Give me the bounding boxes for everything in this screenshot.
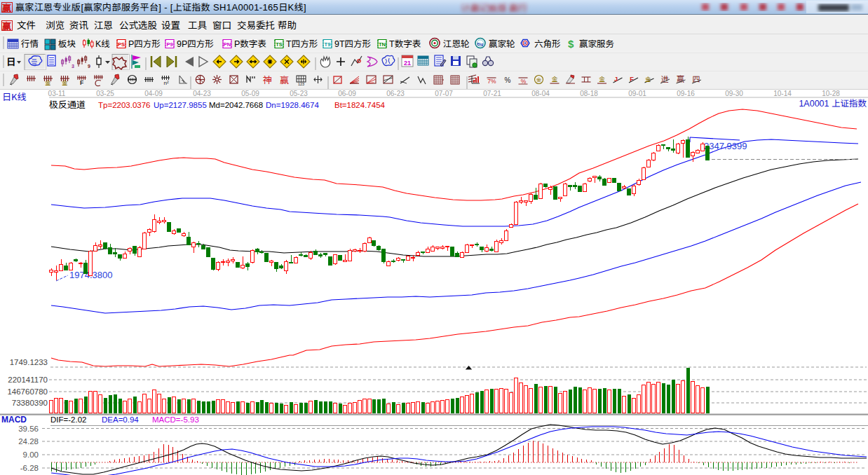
svg-text:金: 金 [599, 74, 605, 83]
svg-text:PS: PS [118, 41, 125, 48]
svg-text:Md=2042.7668: Md=2042.7668 [209, 101, 263, 109]
svg-text:03-25: 03-25 [96, 90, 114, 97]
svg-text:金: 金 [646, 75, 651, 83]
svg-text:Dn=1928.4674: Dn=1928.4674 [266, 101, 319, 109]
svg-text:赢: 赢 [677, 73, 684, 84]
svg-text:1749.1233: 1749.1233 [10, 358, 48, 366]
svg-text:MACD=-5.93: MACD=-5.93 [152, 415, 199, 424]
svg-text:赢家轮: 赢家轮 [489, 39, 515, 49]
svg-text:DEA=0.94: DEA=0.94 [102, 415, 139, 424]
svg-text:J: J [614, 76, 618, 83]
svg-text:金: 金 [62, 80, 68, 86]
svg-text:交易委托: 交易委托 [237, 20, 275, 31]
svg-text:9.00: 9.00 [23, 450, 39, 459]
svg-text:10-28: 10-28 [822, 90, 840, 97]
svg-text:K线: K线 [95, 39, 110, 49]
svg-text:P四方形: P四方形 [128, 39, 161, 49]
svg-text:T9: T9 [325, 41, 331, 48]
svg-text:资讯: 资讯 [69, 20, 88, 31]
svg-text:3: 3 [72, 64, 74, 69]
svg-text:07-07: 07-07 [435, 90, 453, 97]
svg-text:7%: 7% [487, 78, 496, 85]
svg-text:2347.9399: 2347.9399 [704, 141, 747, 151]
svg-text:T数字表: T数字表 [389, 39, 421, 49]
svg-text:F: F [630, 76, 634, 83]
svg-text:P数字表: P数字表 [234, 39, 266, 49]
svg-text:%: % [505, 76, 511, 84]
svg-text:03-11: 03-11 [48, 90, 66, 97]
svg-text:设置: 设置 [161, 20, 180, 31]
svg-text:TN: TN [379, 41, 386, 48]
svg-text:赢: 赢 [280, 73, 289, 86]
svg-text:39.56: 39.56 [18, 425, 39, 433]
svg-text:江恩轮: 江恩轮 [443, 39, 470, 49]
svg-text:Tp=2203.0376: Tp=2203.0376 [98, 101, 151, 109]
svg-text:9P四方形: 9P四方形 [177, 39, 214, 49]
svg-text:-6.28: -6.28 [20, 464, 39, 472]
svg-text:08-18: 08-18 [580, 90, 598, 97]
svg-text:窗口: 窗口 [212, 20, 231, 31]
svg-text:工具: 工具 [188, 20, 207, 31]
svg-text:220141170: 220141170 [8, 376, 48, 384]
svg-text:赢: 赢 [2, 21, 11, 32]
svg-text:09-16: 09-16 [677, 90, 695, 97]
svg-text:09-30: 09-30 [725, 90, 743, 97]
svg-text:文件: 文件 [17, 20, 36, 31]
svg-text:计赢记账版 赢行: 计赢记账版 赢行 [461, 1, 527, 14]
svg-text:江恩: 江恩 [94, 20, 113, 31]
svg-text:P9: P9 [166, 41, 172, 48]
svg-text:73380390: 73380390 [12, 399, 48, 407]
svg-text:9T四方形: 9T四方形 [334, 39, 372, 49]
svg-text:05-09: 05-09 [241, 90, 259, 97]
svg-text:Big: Big [477, 42, 484, 46]
svg-text:F: F [80, 79, 83, 86]
svg-text:帮助: 帮助 [278, 20, 297, 31]
svg-text:06-23: 06-23 [386, 90, 405, 97]
svg-text:10-14: 10-14 [773, 90, 792, 97]
svg-text:Up=2127.9855: Up=2127.9855 [154, 101, 207, 109]
svg-text:TS: TS [276, 41, 283, 48]
svg-text:神: 神 [263, 73, 272, 86]
svg-text:赢: 赢 [2, 3, 11, 13]
svg-text:123: 123 [298, 82, 304, 86]
svg-text:n²: n² [163, 80, 168, 86]
svg-text:金: 金 [552, 74, 558, 83]
svg-text:浏览: 浏览 [46, 20, 65, 31]
svg-text:PN: PN [224, 41, 231, 48]
svg-text:公式选股: 公式选股 [119, 20, 157, 31]
svg-text:DIF=-2.02: DIF=-2.02 [50, 415, 86, 424]
svg-text:24.28: 24.28 [18, 437, 39, 446]
svg-text:日K线: 日K线 [2, 90, 26, 103]
svg-text:六角形: 六角形 [534, 39, 561, 49]
svg-text:$: $ [568, 38, 574, 50]
svg-text:07-21: 07-21 [483, 90, 501, 97]
svg-text:06-09: 06-09 [338, 90, 356, 97]
svg-text:金: 金 [536, 76, 542, 83]
svg-text:Bt=1824.7454: Bt=1824.7454 [334, 101, 386, 109]
svg-text:金: 金 [46, 80, 51, 86]
svg-text:09-01: 09-01 [628, 90, 646, 97]
svg-text:极反通道: 极反通道 [49, 99, 86, 110]
svg-text:05-23: 05-23 [290, 90, 308, 97]
svg-text:板块: 板块 [58, 39, 76, 49]
svg-text:T四方形: T四方形 [286, 39, 318, 49]
svg-text:1A0001 上证指数: 1A0001 上证指数 [799, 99, 867, 109]
svg-text:四: 四 [693, 73, 700, 84]
svg-text:146760780: 146760780 [7, 387, 48, 396]
svg-text:21: 21 [404, 60, 411, 67]
svg-text:04-09: 04-09 [144, 90, 163, 97]
svg-text:日: 日 [6, 57, 16, 67]
svg-text:赢家江恩专业版[赢家内部服务平台] - [上证指数 SH1: 赢家江恩专业版[赢家内部服务平台] - [上证指数 SH1A0001-165日K… [15, 2, 306, 13]
svg-text:9: 9 [88, 64, 90, 69]
svg-text:赢家服务: 赢家服务 [579, 39, 614, 49]
svg-text:04-23: 04-23 [193, 90, 211, 97]
svg-text:08-04: 08-04 [531, 90, 550, 97]
svg-text:MACD: MACD [1, 415, 27, 425]
svg-text:%: % [521, 78, 527, 85]
svg-text:行情: 行情 [21, 39, 39, 49]
